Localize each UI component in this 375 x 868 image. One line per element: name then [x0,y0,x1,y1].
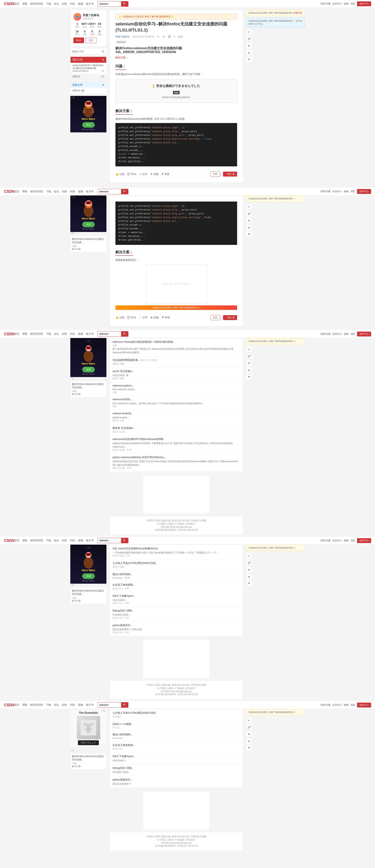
link-tool-2[interactable]: 🔗 [246,211,252,217]
related-item-9[interactable]: python+selenium的firefox,目前不受支持firefox...… [110,454,243,472]
sidebar-4-title[interactable]: 解决Firefox+selenium无法建立安全连接... [72,589,105,596]
nav-item-ebook[interactable]: 电子书 [86,2,94,6]
hero-wars-button-2[interactable]: 试试 [82,222,95,227]
sidebar-search-btn[interactable]: 🔍 [101,50,105,53]
up-tool-4[interactable]: ▲ [246,574,252,579]
search-button-2[interactable]: 🔍 [121,189,128,194]
message-button[interactable]: 私信 [73,37,84,43]
collect-action[interactable]: ★ 收藏 [150,173,158,176]
search-input-3[interactable] [98,331,121,337]
related-item-8[interactable]: selenium自动化测试中中英的endostart的博客 selenium自动… [110,435,243,454]
r3-item-4[interactable]: 企业员工角色权限... 关注了 0 1 [110,741,243,752]
nav5-vip[interactable]: 会员中心 [333,703,342,707]
nav3-home[interactable]: 首页 [14,332,19,336]
triple-connect-button[interactable]: 一键三连 [223,172,237,177]
edit-tool-5[interactable]: ✏ [246,717,252,723]
up-tool-btn[interactable]: ▲ [246,50,252,56]
nav5-download[interactable]: 下载 [46,703,51,707]
nav5-home[interactable]: 首页 [14,703,19,707]
nav2-live[interactable]: 直播 [78,190,83,193]
nav-item-qa[interactable]: 问答 [62,2,67,6]
nav4-vip[interactable]: 会员中心 [333,539,342,542]
like-action[interactable]: 👍 点赞 [116,173,124,176]
nav5-collect[interactable]: 收藏 [344,703,348,707]
share-action[interactable]: ↗ 分享 [139,173,147,176]
report-action-2[interactable]: ⚑ 举报 [162,316,170,319]
nav4-home[interactable]: 首页 [14,539,19,542]
nav3-academy[interactable]: 程序员学院 [30,332,43,336]
nav2-forum[interactable]: 论坛 [54,190,59,193]
nav3-ebook[interactable]: 电子书 [86,332,94,336]
sidebar-article-2-title[interactable]: 解决Firefox+selenium无法建立安全连接... [72,238,105,244]
nav3-download[interactable]: 下载 [46,332,51,336]
nav4-ebook[interactable]: 电子书 [86,539,94,542]
nav2-login[interactable]: 登录/注册 [320,190,331,193]
nav5-ebook[interactable]: 电子书 [86,703,94,707]
nav4-login[interactable]: 登录/注册 [320,539,331,542]
r3-item-1[interactable]: 七夕情人节表白HTML网页(500行代码) 七夕情人 [110,709,243,720]
essentials-button[interactable]: 今すぐチェック [78,740,99,745]
nav4-academy[interactable]: 程序员学院 [30,539,43,542]
nav4-forum[interactable]: 论坛 [54,539,59,542]
r3-item-7[interactable]: python基础语言... 差以已达到条件了 [110,776,243,788]
follow-author-button[interactable]: 关注 [210,172,220,177]
write-button-3[interactable]: 创作中心 [357,332,371,337]
star-tool-3[interactable]: ★ [246,360,252,366]
search-input-5[interactable] [98,703,121,708]
related-item-4[interactable]: selenium+python... from selenium import.… [110,382,243,396]
edit-tool-btn[interactable]: ✏ [246,29,252,35]
hero-wars-button-3[interactable]: 试试 [82,367,95,372]
hero-wars-button[interactable]: 试试 [82,122,95,128]
nav-item-home[interactable]: 首页 [14,2,19,6]
side-notice-link[interactable]: 查看详情 [293,12,302,14]
up-tool-2[interactable]: ▲ [246,224,252,230]
nav3-qa[interactable]: 问答 [62,332,67,336]
nav5-login[interactable]: 登录/注册 [320,703,331,707]
link-tool-5[interactable]: 🔗 [246,724,252,730]
nav2-code[interactable]: 代码 [70,190,75,193]
down-tool-4[interactable]: ▼ [246,580,252,586]
nav-item-live[interactable]: 直播 [78,2,83,6]
edit-tool-4[interactable]: ✏ [246,553,252,559]
related-item-1[interactable]: Selenium+firefox进行浏览器测试的一些踩坑/避坑指南... 2.8… [110,338,243,356]
nav3-login[interactable]: 登录/注册 [320,332,331,336]
write-button-4[interactable]: 创作中心 [357,538,371,543]
wechat-item[interactable]: 微信小程序调用... Bookshare35:08 [110,570,243,581]
search-button-3[interactable]: 🔍 [121,331,128,337]
write-button-2[interactable]: 创作中心 [357,189,371,194]
r3-item-5[interactable]: IDEA 下创建Sprint... Just Code 5... [110,752,243,764]
nav-item-download[interactable]: 下载 [46,2,51,6]
sidebar-search-input[interactable] [72,50,101,53]
nav2-message[interactable]: 消息 [350,190,355,193]
nav2-blog[interactable]: 博客 [22,190,27,193]
python-item[interactable]: python基础语言... 差以已达到条件了 (2的公例) 关注了 0 11:2… [110,622,243,636]
report-action[interactable]: ⚑ 举报 [161,173,169,176]
nav4-live[interactable]: 直播 [78,539,83,542]
my-article-item[interactable]: selenium自动化学习--解决firefox无法建立安全连接的问题(TLS1… [70,63,106,74]
nav2-qa[interactable]: 问答 [62,190,67,193]
edit-tool-2[interactable]: ✏ [246,204,252,210]
cpp-item[interactable]: 七夕情人节表白HTML网页(500行代码) 关注了 0 85 [110,559,243,570]
debug-item[interactable]: Debug无比! 清除... 本文档自 QA的... 关注了 0 01:23 [110,607,243,622]
nav-collect[interactable]: 收藏 [344,2,348,5]
nav5-live[interactable]: 直播 [78,703,83,707]
write-button[interactable]: 创作中心 [357,1,371,6]
nav3-code[interactable]: 代码 [70,332,75,336]
comment-action-2[interactable]: 💬 评论 [127,316,136,319]
follow-button-2[interactable]: 关注 [210,315,220,320]
link-tool-btn[interactable]: 🔗 [246,36,252,42]
nav4-blog[interactable]: 博客 [22,539,27,542]
r3-item-3[interactable]: 微信小程序调用... Bookshare [110,731,243,741]
nav-item-forum[interactable]: 论坛 [54,2,59,6]
nav3-collect[interactable]: 收藏 [344,332,348,336]
nav-vip[interactable]: 会员中心 [333,2,342,5]
nav-message[interactable]: 消息 [350,2,355,5]
search-input-4[interactable] [98,538,121,543]
down-tool-5[interactable]: ▼ [246,745,252,751]
nav3-blog[interactable]: 博客 [22,332,27,336]
related-item-2[interactable]: 无法连接到网络服务器... 关注了 1 71 进行 发表于 2020 [110,356,243,368]
follow-user-button[interactable]: 关注 [86,37,96,43]
search-input-2[interactable] [98,189,121,194]
collect-action-2[interactable]: ★ 收藏 [150,316,159,319]
link-tool-3[interactable]: 🔗 [246,353,252,359]
